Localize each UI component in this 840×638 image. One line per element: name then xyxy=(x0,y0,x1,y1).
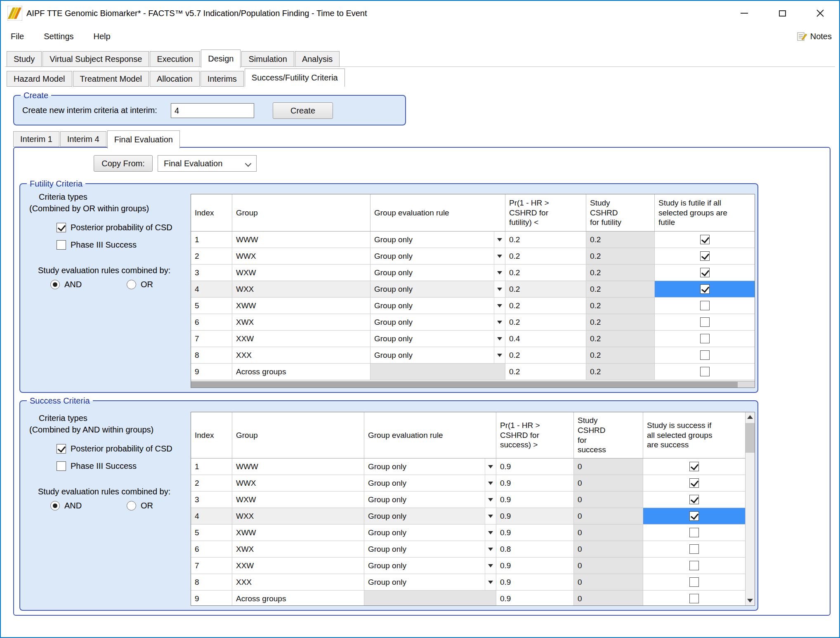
tab-final-evaluation[interactable]: Final Evaluation xyxy=(107,130,180,149)
cell-pr[interactable]: 0.9 xyxy=(496,458,574,475)
futile-checkbox[interactable] xyxy=(700,251,710,261)
dropdown-arrow-icon[interactable] xyxy=(494,281,505,297)
success-checkbox[interactable] xyxy=(689,528,699,537)
success-checkbox[interactable] xyxy=(689,495,699,504)
dropdown-arrow-icon[interactable] xyxy=(494,232,505,248)
futility-phase3-checkbox[interactable] xyxy=(57,240,66,250)
group-evaluation-dropdown[interactable]: Group only xyxy=(364,574,496,590)
dropdown-arrow-icon[interactable] xyxy=(485,574,496,590)
cell-success-check[interactable] xyxy=(643,508,745,524)
dropdown-arrow-icon[interactable] xyxy=(485,458,496,475)
interim-number-input[interactable] xyxy=(171,103,254,118)
group-evaluation-dropdown[interactable]: Group only xyxy=(364,558,496,574)
cell-pr[interactable]: 0.2 xyxy=(505,347,586,363)
cell-success-check[interactable] xyxy=(643,525,745,541)
create-button[interactable]: Create xyxy=(273,102,333,119)
dropdown-arrow-icon[interactable] xyxy=(494,265,505,281)
cell-pr[interactable]: 0.9 xyxy=(496,475,574,491)
vertical-scrollbar-thumb[interactable] xyxy=(746,423,755,453)
success-checkbox[interactable] xyxy=(689,594,699,603)
scroll-down-button[interactable] xyxy=(746,596,755,605)
success-checkbox[interactable] xyxy=(689,561,699,570)
success-checkbox[interactable] xyxy=(689,478,699,488)
dropdown-arrow-icon[interactable] xyxy=(485,558,496,574)
dropdown-arrow-icon[interactable] xyxy=(485,508,496,524)
tab-design[interactable]: Design xyxy=(201,50,241,68)
tab-execution[interactable]: Execution xyxy=(150,51,200,67)
cell-pr[interactable]: 0.2 xyxy=(505,364,586,380)
futile-checkbox[interactable] xyxy=(700,301,710,310)
cell-success-check[interactable] xyxy=(643,558,745,574)
menu-settings[interactable]: Settings xyxy=(34,26,83,47)
success-checkbox[interactable] xyxy=(689,462,699,471)
futile-checkbox[interactable] xyxy=(700,350,710,360)
cell-pr[interactable]: 0.2 xyxy=(505,232,586,248)
tab-interim-4[interactable]: Interim 4 xyxy=(60,131,106,147)
dropdown-arrow-icon[interactable] xyxy=(494,248,505,264)
cell-futile-check[interactable] xyxy=(655,298,755,314)
group-evaluation-dropdown[interactable]: Group only xyxy=(364,541,496,557)
success-checkbox[interactable] xyxy=(689,544,699,554)
close-button[interactable] xyxy=(801,1,839,25)
cell-pr[interactable]: 0.9 xyxy=(496,491,574,508)
notes-button[interactable]: Notes xyxy=(796,26,832,47)
cell-pr[interactable]: 0.4 xyxy=(505,331,586,347)
cell-futile-check[interactable] xyxy=(655,232,755,248)
cell-pr[interactable]: 0.9 xyxy=(496,525,574,541)
cell-pr[interactable]: 0.2 xyxy=(505,314,586,330)
futility-posterior-csd-checkbox[interactable] xyxy=(57,223,66,232)
futile-checkbox[interactable] xyxy=(700,284,710,294)
tab-allocation[interactable]: Allocation xyxy=(150,71,200,87)
success-phase3-checkbox[interactable] xyxy=(57,461,66,471)
dropdown-arrow-icon[interactable] xyxy=(485,475,496,491)
group-evaluation-dropdown[interactable]: Group only xyxy=(370,281,505,297)
futile-checkbox[interactable] xyxy=(700,235,710,244)
group-evaluation-dropdown[interactable]: Group only xyxy=(370,314,505,330)
cell-futile-check[interactable] xyxy=(655,347,755,363)
tab-treatment-model[interactable]: Treatment Model xyxy=(73,71,149,87)
dropdown-arrow-icon[interactable] xyxy=(494,331,505,347)
success-and-radio[interactable] xyxy=(50,501,60,510)
success-posterior-csd-checkbox[interactable] xyxy=(57,444,66,454)
cell-futile-check[interactable] xyxy=(655,248,755,264)
cell-pr[interactable]: 0.9 xyxy=(496,574,574,590)
cell-success-check[interactable] xyxy=(643,591,745,606)
group-evaluation-dropdown[interactable]: Group only xyxy=(370,331,505,347)
cell-success-check[interactable] xyxy=(643,541,745,557)
group-evaluation-dropdown[interactable]: Group only xyxy=(370,232,505,248)
dropdown-arrow-icon[interactable] xyxy=(494,298,505,314)
horizontal-scrollbar-thumb[interactable] xyxy=(191,382,738,388)
cell-pr[interactable]: 0.2 xyxy=(505,248,586,264)
group-evaluation-dropdown[interactable]: Group only xyxy=(364,475,496,491)
cell-pr[interactable]: 0.9 xyxy=(496,508,574,524)
cell-futile-check[interactable] xyxy=(655,265,755,281)
cell-pr[interactable]: 0.9 xyxy=(496,558,574,574)
menu-help[interactable]: Help xyxy=(84,26,120,47)
dropdown-arrow-icon[interactable] xyxy=(494,347,505,363)
group-evaluation-dropdown[interactable]: Group only xyxy=(370,248,505,264)
copy-from-dropdown[interactable]: Final Evaluation xyxy=(158,155,257,172)
futile-checkbox[interactable] xyxy=(700,334,710,343)
futile-checkbox[interactable] xyxy=(700,268,710,277)
scroll-up-button[interactable] xyxy=(746,412,755,422)
dropdown-arrow-icon[interactable] xyxy=(485,491,496,508)
cell-success-check[interactable] xyxy=(643,491,745,508)
cell-futile-check[interactable] xyxy=(655,331,755,347)
dropdown-arrow-icon[interactable] xyxy=(485,541,496,557)
futile-checkbox[interactable] xyxy=(700,317,710,327)
tab-simulation[interactable]: Simulation xyxy=(241,51,294,67)
tab-interim-1[interactable]: Interim 1 xyxy=(13,131,59,147)
tab-analysis[interactable]: Analysis xyxy=(295,51,340,67)
cell-success-check[interactable] xyxy=(643,458,745,475)
futile-checkbox[interactable] xyxy=(700,367,710,376)
cell-pr[interactable]: 0.2 xyxy=(505,298,586,314)
cell-futile-check[interactable] xyxy=(655,314,755,330)
group-evaluation-dropdown[interactable]: Group only xyxy=(364,525,496,541)
menu-file[interactable]: File xyxy=(1,26,34,47)
copy-from-button[interactable]: Copy From: xyxy=(94,155,153,172)
tab-study[interactable]: Study xyxy=(7,51,42,67)
success-or-radio[interactable] xyxy=(127,501,136,510)
group-evaluation-dropdown[interactable]: Group only xyxy=(370,265,505,281)
cell-pr[interactable]: 0.8 xyxy=(496,541,574,557)
dropdown-arrow-icon[interactable] xyxy=(485,525,496,541)
